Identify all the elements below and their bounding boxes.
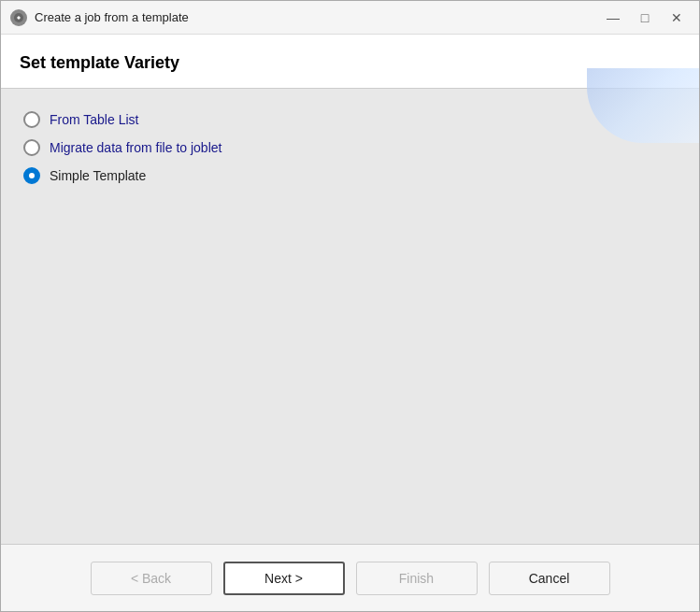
header-section: Set template Variety (1, 35, 699, 89)
radio-simple-template[interactable] (23, 167, 40, 184)
back-button[interactable]: < Back (91, 562, 212, 595)
label-migrate-data: Migrate data from file to joblet (50, 140, 221, 155)
title-bar-left: Create a job from a template (10, 9, 189, 26)
label-from-table-list: From Table List (50, 112, 138, 127)
dialog-window: Create a job from a template — □ ✕ Set t… (0, 0, 700, 612)
option-migrate-data[interactable]: Migrate data from file to joblet (23, 139, 677, 156)
footer: < Back Next > Finish Cancel (1, 544, 699, 611)
window-title: Create a job from a template (35, 10, 189, 24)
radio-from-table-list[interactable] (23, 111, 40, 128)
finish-button[interactable]: Finish (356, 562, 478, 595)
title-bar: Create a job from a template — □ ✕ (1, 1, 699, 35)
window-controls: — □ ✕ (600, 7, 690, 28)
option-from-table-list[interactable]: From Table List (23, 111, 677, 128)
option-simple-template[interactable]: Simple Template (23, 167, 677, 184)
app-icon (10, 9, 27, 26)
maximize-button[interactable]: □ (632, 7, 658, 28)
cancel-button[interactable]: Cancel (489, 562, 610, 595)
page-title: Set template Variety (20, 53, 680, 73)
radio-migrate-data[interactable] (23, 139, 40, 156)
minimize-button[interactable]: — (600, 7, 626, 28)
label-simple-template: Simple Template (50, 168, 146, 183)
next-button[interactable]: Next > (223, 562, 345, 595)
content-area: From Table List Migrate data from file t… (1, 89, 699, 544)
close-button[interactable]: ✕ (664, 7, 690, 28)
